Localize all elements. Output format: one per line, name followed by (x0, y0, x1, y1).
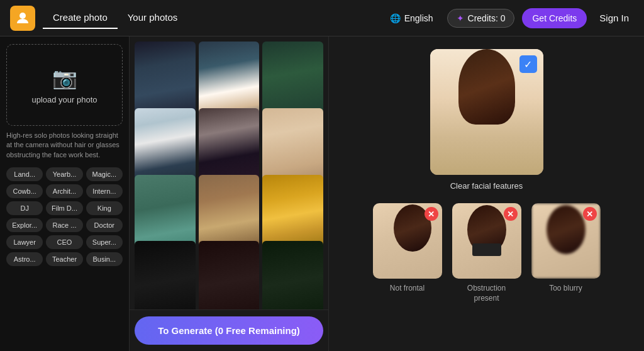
style-tag[interactable]: Land... (6, 167, 43, 181)
nav-your-photos[interactable]: Your photos (118, 7, 188, 29)
bad-photo-frame-3: ✕ (531, 203, 601, 279)
bad-photo-card-2: ✕ Obstructionpresent (452, 203, 521, 303)
main-content: 📷 upload your photo High-res solo photos… (0, 36, 644, 351)
photo-grid-item[interactable] (135, 241, 196, 309)
photo-grid-item[interactable] (199, 241, 260, 309)
good-photo-section: ✓ Clear facial features (344, 49, 629, 191)
style-tag[interactable]: Lawyer (6, 235, 43, 249)
bad-label-3: Too blurry (549, 284, 582, 294)
style-tag[interactable]: King (86, 201, 123, 215)
bad-photo-frame-2: ✕ (452, 203, 521, 279)
upload-hint: High-res solo photos looking straight at… (6, 131, 123, 160)
bad-photo-card-1: ✕ Not frontal (373, 203, 442, 303)
get-credits-button[interactable]: Get Credits (522, 8, 587, 28)
style-tag[interactable]: Archit... (46, 184, 82, 198)
style-tag[interactable]: CEO (46, 235, 82, 249)
style-tag[interactable]: Race ... (46, 218, 82, 232)
x-icon-1: ✕ (428, 209, 435, 219)
bad-photo-frame-1: ✕ (373, 203, 442, 279)
language-label: English (404, 13, 433, 23)
style-grid: Land...Yearb...Magic...Cowb...Archit...I… (6, 167, 123, 266)
x-icon-2: ✕ (507, 209, 514, 219)
x-icon-3: ✕ (586, 209, 593, 219)
bad-photos-section: ✕ Not frontal ✕ Obstructionpresent (344, 203, 629, 303)
header: Create photo Your photos 🌐 English ✦ Cre… (0, 0, 644, 36)
middle-panel: To Generate (0 Free Remaining) (129, 36, 329, 351)
style-tag[interactable]: Intern... (86, 184, 123, 198)
style-tag[interactable]: Film D... (46, 201, 82, 215)
style-tag[interactable]: Teacher (46, 252, 82, 266)
style-tag[interactable]: Busin... (86, 252, 123, 266)
check-badge: ✓ (519, 55, 537, 73)
camera-icon: 📷 (52, 66, 77, 90)
sparkle-icon: ✦ (457, 13, 464, 23)
style-tag[interactable]: Yearb... (46, 167, 82, 181)
bad-photo-card-3: ✕ Too blurry (531, 203, 601, 303)
bad-label-2: Obstructionpresent (467, 284, 506, 303)
sign-in-button[interactable]: Sign In (594, 9, 634, 27)
generate-button[interactable]: To Generate (0 Free Remaining) (135, 316, 323, 345)
mask-overlay (472, 243, 501, 256)
globe-icon: 🌐 (390, 13, 401, 23)
bad-label-1: Not frontal (390, 284, 425, 294)
photo-grid (130, 36, 328, 309)
photo-grid-item[interactable] (262, 241, 323, 309)
style-tag[interactable]: Cowb... (6, 184, 43, 198)
style-tag[interactable]: Super... (86, 235, 123, 249)
left-panel: 📷 upload your photo High-res solo photos… (0, 36, 129, 351)
style-tag[interactable]: Doctor (86, 218, 123, 232)
style-tag[interactable]: Magic... (86, 167, 123, 181)
credits-button[interactable]: ✦ Credits: 0 (447, 9, 515, 28)
header-nav: Create photo Your photos (43, 7, 187, 29)
language-selector[interactable]: 🌐 English (384, 9, 440, 27)
check-icon: ✓ (524, 58, 532, 70)
x-badge-2: ✕ (504, 207, 518, 221)
svg-point-0 (19, 13, 26, 19)
style-tag[interactable]: DJ (6, 201, 43, 215)
x-badge-3: ✕ (583, 207, 597, 221)
generate-btn-area: To Generate (0 Free Remaining) (130, 309, 328, 351)
right-panel: ✓ Clear facial features ✕ Not frontal (329, 36, 644, 351)
upload-label: upload your photo (31, 95, 97, 104)
app-logo[interactable] (10, 6, 35, 31)
good-photo-label: Clear facial features (450, 181, 523, 191)
upload-area[interactable]: 📷 upload your photo (6, 44, 123, 126)
credits-text: Credits: 0 (468, 13, 506, 23)
good-photo-frame: ✓ (430, 49, 543, 175)
style-tag[interactable]: Explor... (6, 218, 43, 232)
nav-create-photo[interactable]: Create photo (43, 7, 118, 29)
style-tag[interactable]: Astro... (6, 252, 43, 266)
header-right: 🌐 English ✦ Credits: 0 Get Credits Sign … (384, 8, 634, 28)
x-badge-1: ✕ (425, 207, 438, 221)
